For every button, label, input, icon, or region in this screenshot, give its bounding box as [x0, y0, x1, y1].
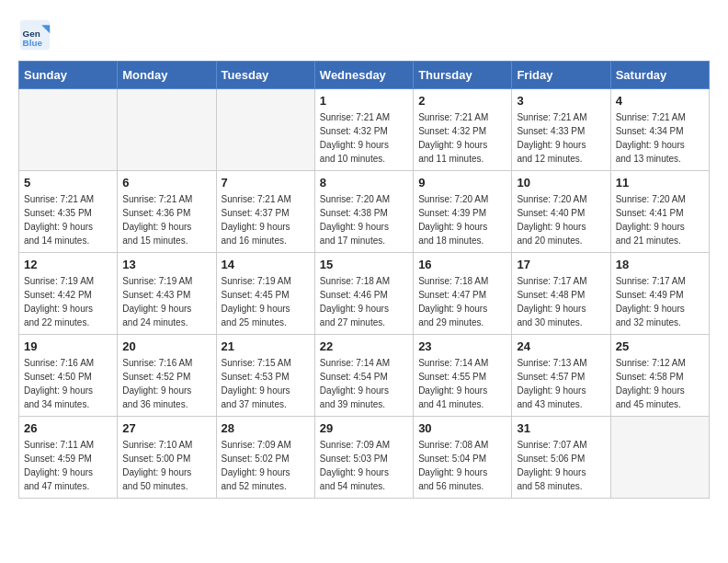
calendar-cell: 8Sunrise: 7:20 AM Sunset: 4:38 PM Daylig…: [314, 171, 413, 253]
calendar-week-row: 26Sunrise: 7:11 AM Sunset: 4:59 PM Dayli…: [19, 417, 710, 499]
calendar-header-row: SundayMondayTuesdayWednesdayThursdayFrid…: [19, 62, 710, 89]
calendar-cell: 19Sunrise: 7:16 AM Sunset: 4:50 PM Dayli…: [19, 335, 118, 417]
calendar-cell: 11Sunrise: 7:20 AM Sunset: 4:41 PM Dayli…: [610, 171, 709, 253]
day-header-thursday: Thursday: [414, 62, 512, 89]
day-number: 16: [418, 258, 506, 271]
day-number: 28: [222, 421, 310, 435]
calendar-cell: 27Sunrise: 7:10 AM Sunset: 5:00 PM Dayli…: [118, 417, 216, 499]
day-header-wednesday: Wednesday: [314, 62, 413, 89]
day-info: Sunrise: 7:08 AM Sunset: 5:04 PM Dayligh…: [418, 438, 506, 493]
calendar-cell: 4Sunrise: 7:21 AM Sunset: 4:34 PM Daylig…: [610, 89, 709, 171]
calendar-cell: 20Sunrise: 7:16 AM Sunset: 4:52 PM Dayli…: [118, 335, 216, 417]
calendar-cell: 7Sunrise: 7:21 AM Sunset: 4:37 PM Daylig…: [216, 171, 314, 253]
calendar-cell: 1Sunrise: 7:21 AM Sunset: 4:32 PM Daylig…: [314, 89, 413, 171]
day-number: 1: [320, 94, 408, 108]
day-header-saturday: Saturday: [610, 62, 709, 89]
calendar-cell: 10Sunrise: 7:20 AM Sunset: 4:40 PM Dayli…: [512, 171, 610, 253]
day-info: Sunrise: 7:19 AM Sunset: 4:45 PM Dayligh…: [222, 274, 310, 329]
day-number: 15: [320, 258, 408, 271]
calendar-cell: 3Sunrise: 7:21 AM Sunset: 4:33 PM Daylig…: [512, 89, 610, 171]
calendar-cell: 12Sunrise: 7:19 AM Sunset: 4:42 PM Dayli…: [19, 253, 118, 335]
calendar-cell: 6Sunrise: 7:21 AM Sunset: 4:36 PM Daylig…: [118, 171, 216, 253]
day-info: Sunrise: 7:11 AM Sunset: 4:59 PM Dayligh…: [24, 438, 112, 493]
calendar-cell: 24Sunrise: 7:13 AM Sunset: 4:57 PM Dayli…: [512, 335, 610, 417]
day-info: Sunrise: 7:20 AM Sunset: 4:39 PM Dayligh…: [418, 192, 506, 247]
calendar-cell: 13Sunrise: 7:19 AM Sunset: 4:43 PM Dayli…: [118, 253, 216, 335]
calendar-table: SundayMondayTuesdayWednesdayThursdayFrid…: [18, 61, 710, 499]
day-number: 5: [24, 176, 112, 190]
day-info: Sunrise: 7:17 AM Sunset: 4:49 PM Dayligh…: [616, 274, 704, 329]
calendar-cell: 30Sunrise: 7:08 AM Sunset: 5:04 PM Dayli…: [414, 417, 512, 499]
day-info: Sunrise: 7:10 AM Sunset: 5:00 PM Dayligh…: [122, 438, 210, 493]
day-number: 6: [122, 176, 210, 190]
calendar-cell: 5Sunrise: 7:21 AM Sunset: 4:35 PM Daylig…: [19, 171, 118, 253]
logo: Gen Blue: [18, 18, 57, 52]
calendar-cell: 23Sunrise: 7:14 AM Sunset: 4:55 PM Dayli…: [414, 335, 512, 417]
day-number: 13: [122, 258, 210, 271]
day-number: 14: [222, 258, 310, 271]
day-header-tuesday: Tuesday: [216, 62, 314, 89]
calendar-week-row: 19Sunrise: 7:16 AM Sunset: 4:50 PM Dayli…: [19, 335, 710, 417]
day-info: Sunrise: 7:21 AM Sunset: 4:32 PM Dayligh…: [418, 110, 506, 166]
calendar-week-row: 12Sunrise: 7:19 AM Sunset: 4:42 PM Dayli…: [19, 253, 710, 335]
page-header: Gen Blue: [18, 18, 710, 52]
calendar-week-row: 1Sunrise: 7:21 AM Sunset: 4:32 PM Daylig…: [19, 89, 710, 171]
day-number: 22: [320, 339, 408, 353]
day-number: 29: [320, 421, 408, 435]
day-info: Sunrise: 7:18 AM Sunset: 4:46 PM Dayligh…: [320, 274, 408, 329]
day-info: Sunrise: 7:21 AM Sunset: 4:37 PM Dayligh…: [222, 192, 310, 247]
day-header-sunday: Sunday: [19, 62, 118, 89]
day-number: 4: [616, 94, 704, 108]
day-info: Sunrise: 7:19 AM Sunset: 4:42 PM Dayligh…: [24, 274, 112, 329]
day-info: Sunrise: 7:21 AM Sunset: 4:32 PM Dayligh…: [320, 110, 408, 166]
day-number: 23: [418, 339, 506, 353]
calendar-week-row: 5Sunrise: 7:21 AM Sunset: 4:35 PM Daylig…: [19, 171, 710, 253]
calendar-cell: 21Sunrise: 7:15 AM Sunset: 4:53 PM Dayli…: [216, 335, 314, 417]
day-number: 11: [616, 176, 704, 190]
day-number: 20: [122, 339, 210, 353]
day-number: 10: [517, 176, 605, 190]
day-info: Sunrise: 7:20 AM Sunset: 4:38 PM Dayligh…: [320, 192, 408, 247]
logo-icon: Gen Blue: [18, 18, 51, 52]
day-info: Sunrise: 7:12 AM Sunset: 4:58 PM Dayligh…: [616, 356, 704, 411]
calendar-cell: 25Sunrise: 7:12 AM Sunset: 4:58 PM Dayli…: [610, 335, 709, 417]
calendar-cell: 29Sunrise: 7:09 AM Sunset: 5:03 PM Dayli…: [314, 417, 413, 499]
day-number: 3: [517, 94, 605, 108]
calendar-cell: [118, 89, 216, 171]
calendar-cell: 31Sunrise: 7:07 AM Sunset: 5:06 PM Dayli…: [512, 417, 610, 499]
day-number: 2: [418, 94, 506, 108]
calendar-cell: [610, 417, 709, 499]
calendar-cell: 26Sunrise: 7:11 AM Sunset: 4:59 PM Dayli…: [19, 417, 118, 499]
day-number: 21: [222, 339, 310, 353]
svg-text:Blue: Blue: [23, 38, 43, 48]
day-info: Sunrise: 7:21 AM Sunset: 4:36 PM Dayligh…: [122, 192, 210, 247]
calendar-cell: 28Sunrise: 7:09 AM Sunset: 5:02 PM Dayli…: [216, 417, 314, 499]
day-info: Sunrise: 7:21 AM Sunset: 4:33 PM Dayligh…: [517, 110, 605, 166]
day-info: Sunrise: 7:09 AM Sunset: 5:03 PM Dayligh…: [320, 438, 408, 493]
day-number: 26: [24, 421, 112, 435]
day-info: Sunrise: 7:19 AM Sunset: 4:43 PM Dayligh…: [122, 274, 210, 329]
calendar-cell: [19, 89, 118, 171]
day-info: Sunrise: 7:21 AM Sunset: 4:34 PM Dayligh…: [616, 110, 704, 166]
day-info: Sunrise: 7:20 AM Sunset: 4:40 PM Dayligh…: [517, 192, 605, 247]
day-info: Sunrise: 7:16 AM Sunset: 4:52 PM Dayligh…: [122, 356, 210, 411]
day-info: Sunrise: 7:14 AM Sunset: 4:55 PM Dayligh…: [418, 356, 506, 411]
day-info: Sunrise: 7:16 AM Sunset: 4:50 PM Dayligh…: [24, 356, 112, 411]
day-info: Sunrise: 7:15 AM Sunset: 4:53 PM Dayligh…: [222, 356, 310, 411]
calendar-cell: 17Sunrise: 7:17 AM Sunset: 4:48 PM Dayli…: [512, 253, 610, 335]
calendar-cell: 22Sunrise: 7:14 AM Sunset: 4:54 PM Dayli…: [314, 335, 413, 417]
day-number: 24: [517, 339, 605, 353]
day-number: 19: [24, 339, 112, 353]
day-number: 18: [616, 258, 704, 271]
calendar-cell: 18Sunrise: 7:17 AM Sunset: 4:49 PM Dayli…: [610, 253, 709, 335]
day-info: Sunrise: 7:21 AM Sunset: 4:35 PM Dayligh…: [24, 192, 112, 247]
day-info: Sunrise: 7:07 AM Sunset: 5:06 PM Dayligh…: [517, 438, 605, 493]
day-number: 25: [616, 339, 704, 353]
calendar-cell: [216, 89, 314, 171]
day-info: Sunrise: 7:17 AM Sunset: 4:48 PM Dayligh…: [517, 274, 605, 329]
day-number: 31: [517, 421, 605, 435]
day-number: 27: [122, 421, 210, 435]
day-number: 12: [24, 258, 112, 271]
day-info: Sunrise: 7:09 AM Sunset: 5:02 PM Dayligh…: [222, 438, 310, 493]
calendar-cell: 16Sunrise: 7:18 AM Sunset: 4:47 PM Dayli…: [414, 253, 512, 335]
